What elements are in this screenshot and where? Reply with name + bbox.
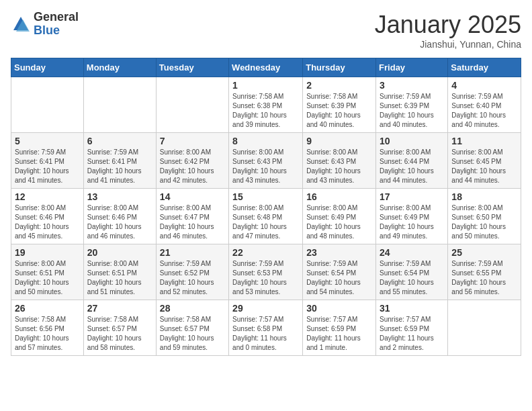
logo-blue: Blue (34, 24, 79, 38)
logo-general: General (34, 11, 79, 24)
day-info: Sunrise: 8:00 AM Sunset: 6:46 PM Dayligh… (15, 203, 80, 241)
day-number: 19 (15, 247, 80, 258)
week-row-1: 1Sunrise: 7:58 AM Sunset: 6:38 PM Daylig… (11, 77, 521, 133)
day-number: 16 (306, 191, 372, 202)
day-number: 5 (15, 136, 80, 146)
day-info: Sunrise: 7:58 AM Sunset: 6:39 PM Dayligh… (306, 92, 372, 130)
day-number: 13 (87, 191, 152, 202)
day-number: 4 (451, 80, 517, 91)
day-number: 3 (380, 80, 444, 91)
day-number: 9 (306, 136, 372, 146)
day-cell: 2Sunrise: 7:58 AM Sunset: 6:39 PM Daylig… (303, 77, 376, 133)
day-number: 23 (306, 247, 372, 258)
day-cell: 11Sunrise: 8:00 AM Sunset: 6:45 PM Dayli… (448, 133, 521, 189)
day-cell: 16Sunrise: 8:00 AM Sunset: 6:49 PM Dayli… (303, 189, 376, 244)
day-info: Sunrise: 8:00 AM Sunset: 6:47 PM Dayligh… (160, 203, 225, 241)
day-cell: 19Sunrise: 8:00 AM Sunset: 6:51 PM Dayli… (11, 244, 84, 300)
day-info: Sunrise: 7:57 AM Sunset: 6:59 PM Dayligh… (380, 315, 444, 353)
day-cell: 12Sunrise: 8:00 AM Sunset: 6:46 PM Dayli… (11, 189, 84, 244)
day-info: Sunrise: 7:59 AM Sunset: 6:52 PM Dayligh… (160, 259, 225, 297)
day-info: Sunrise: 8:00 AM Sunset: 6:50 PM Dayligh… (451, 203, 517, 241)
weekday-header-monday: Monday (83, 58, 156, 77)
day-info: Sunrise: 7:59 AM Sunset: 6:39 PM Dayligh… (380, 92, 444, 130)
day-number: 26 (15, 303, 80, 314)
day-number: 10 (380, 136, 444, 146)
day-number: 20 (87, 247, 152, 258)
day-number: 28 (160, 303, 225, 314)
day-cell (156, 77, 228, 133)
weekday-header-row: SundayMondayTuesdayWednesdayThursdayFrid… (11, 58, 521, 77)
day-number: 22 (232, 247, 299, 258)
day-number: 15 (232, 191, 299, 202)
page-header: General Blue January 2025 Jianshui, Yunn… (11, 11, 521, 50)
day-number: 17 (380, 191, 444, 202)
day-cell: 8Sunrise: 8:00 AM Sunset: 6:43 PM Daylig… (229, 133, 303, 189)
day-cell: 29Sunrise: 7:57 AM Sunset: 6:58 PM Dayli… (229, 300, 303, 356)
logo-text: General Blue (34, 11, 79, 38)
day-number: 2 (306, 80, 372, 91)
day-cell: 4Sunrise: 7:59 AM Sunset: 6:40 PM Daylig… (448, 77, 521, 133)
day-cell (83, 77, 156, 133)
day-info: Sunrise: 8:00 AM Sunset: 6:43 PM Dayligh… (232, 148, 299, 185)
day-cell: 10Sunrise: 8:00 AM Sunset: 6:44 PM Dayli… (376, 133, 448, 189)
day-cell: 26Sunrise: 7:58 AM Sunset: 6:56 PM Dayli… (11, 300, 84, 356)
day-cell: 9Sunrise: 8:00 AM Sunset: 6:43 PM Daylig… (303, 133, 376, 189)
day-number: 29 (232, 303, 299, 314)
day-info: Sunrise: 8:00 AM Sunset: 6:44 PM Dayligh… (380, 148, 444, 185)
day-info: Sunrise: 8:00 AM Sunset: 6:51 PM Dayligh… (15, 259, 80, 297)
day-cell: 13Sunrise: 8:00 AM Sunset: 6:46 PM Dayli… (83, 189, 156, 244)
day-info: Sunrise: 7:58 AM Sunset: 6:57 PM Dayligh… (87, 315, 152, 353)
day-info: Sunrise: 7:59 AM Sunset: 6:55 PM Dayligh… (451, 259, 517, 297)
weekday-header-sunday: Sunday (11, 58, 84, 77)
day-info: Sunrise: 7:59 AM Sunset: 6:40 PM Dayligh… (451, 92, 517, 130)
weekday-header-wednesday: Wednesday (229, 58, 303, 77)
month-title: January 2025 (375, 11, 521, 39)
weekday-header-friday: Friday (376, 58, 448, 77)
weekday-header-thursday: Thursday (303, 58, 376, 77)
day-number: 31 (380, 303, 444, 314)
day-info: Sunrise: 8:00 AM Sunset: 6:51 PM Dayligh… (87, 259, 152, 297)
day-info: Sunrise: 7:57 AM Sunset: 6:59 PM Dayligh… (306, 315, 372, 353)
location-subtitle: Jianshui, Yunnan, China (375, 39, 521, 50)
day-number: 12 (15, 191, 80, 202)
weekday-header-saturday: Saturday (448, 58, 521, 77)
day-cell: 27Sunrise: 7:58 AM Sunset: 6:57 PM Dayli… (83, 300, 156, 356)
day-info: Sunrise: 8:00 AM Sunset: 6:49 PM Dayligh… (380, 203, 444, 241)
day-number: 24 (380, 247, 444, 258)
day-info: Sunrise: 7:58 AM Sunset: 6:56 PM Dayligh… (15, 315, 80, 353)
day-number: 14 (160, 191, 225, 202)
day-info: Sunrise: 8:00 AM Sunset: 6:45 PM Dayligh… (451, 148, 517, 185)
day-info: Sunrise: 8:00 AM Sunset: 6:46 PM Dayligh… (87, 203, 152, 241)
day-info: Sunrise: 7:59 AM Sunset: 6:54 PM Dayligh… (380, 259, 444, 297)
weekday-header-tuesday: Tuesday (156, 58, 228, 77)
day-number: 6 (87, 136, 152, 146)
week-row-2: 5Sunrise: 7:59 AM Sunset: 6:41 PM Daylig… (11, 133, 521, 189)
day-number: 11 (451, 136, 517, 146)
day-info: Sunrise: 7:57 AM Sunset: 6:58 PM Dayligh… (232, 315, 299, 353)
day-cell: 30Sunrise: 7:57 AM Sunset: 6:59 PM Dayli… (303, 300, 376, 356)
day-cell (448, 300, 521, 356)
week-row-4: 19Sunrise: 8:00 AM Sunset: 6:51 PM Dayli… (11, 244, 521, 300)
day-cell: 15Sunrise: 8:00 AM Sunset: 6:48 PM Dayli… (229, 189, 303, 244)
day-cell: 6Sunrise: 7:59 AM Sunset: 6:41 PM Daylig… (83, 133, 156, 189)
day-cell: 23Sunrise: 7:59 AM Sunset: 6:54 PM Dayli… (303, 244, 376, 300)
day-cell: 17Sunrise: 8:00 AM Sunset: 6:49 PM Dayli… (376, 189, 448, 244)
day-cell: 25Sunrise: 7:59 AM Sunset: 6:55 PM Dayli… (448, 244, 521, 300)
day-info: Sunrise: 7:59 AM Sunset: 6:53 PM Dayligh… (232, 259, 299, 297)
title-block: January 2025 Jianshui, Yunnan, China (375, 11, 521, 50)
day-cell: 7Sunrise: 8:00 AM Sunset: 6:42 PM Daylig… (156, 133, 228, 189)
day-cell (11, 77, 84, 133)
day-number: 7 (160, 136, 225, 146)
day-number: 21 (160, 247, 225, 258)
day-info: Sunrise: 7:58 AM Sunset: 6:38 PM Dayligh… (232, 92, 299, 130)
day-number: 8 (232, 136, 299, 146)
day-cell: 31Sunrise: 7:57 AM Sunset: 6:59 PM Dayli… (376, 300, 448, 356)
day-cell: 21Sunrise: 7:59 AM Sunset: 6:52 PM Dayli… (156, 244, 228, 300)
day-info: Sunrise: 7:59 AM Sunset: 6:41 PM Dayligh… (15, 148, 80, 185)
day-info: Sunrise: 7:58 AM Sunset: 6:57 PM Dayligh… (160, 315, 225, 353)
day-number: 30 (306, 303, 372, 314)
day-number: 18 (451, 191, 517, 202)
day-info: Sunrise: 7:59 AM Sunset: 6:41 PM Dayligh… (87, 148, 152, 185)
day-cell: 18Sunrise: 8:00 AM Sunset: 6:50 PM Dayli… (448, 189, 521, 244)
day-info: Sunrise: 8:00 AM Sunset: 6:43 PM Dayligh… (306, 148, 372, 185)
